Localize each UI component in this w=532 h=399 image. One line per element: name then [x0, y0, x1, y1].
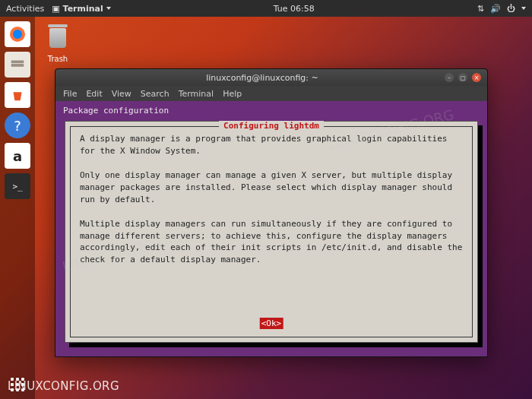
- terminal-window: linuxconfig@linuxconfig: ~ – ▢ × File Ed…: [55, 68, 488, 357]
- terminal-icon[interactable]: >_: [5, 173, 30, 199]
- terminal-menu-icon: ▣: [52, 4, 59, 14]
- software-icon[interactable]: [5, 82, 30, 108]
- svg-rect-2: [11, 61, 24, 64]
- package-config-header: Package configuration: [60, 104, 483, 120]
- show-applications-button[interactable]: [11, 378, 24, 391]
- sound-icon: 🔊: [490, 4, 501, 14]
- activities-button[interactable]: Activities: [6, 4, 44, 14]
- system-status-area[interactable]: ⇅ 🔊 ⏻: [477, 4, 526, 14]
- terminal-body[interactable]: Package configuration Configuring lightd…: [55, 101, 487, 356]
- menu-view[interactable]: View: [112, 89, 131, 99]
- power-icon: ⏻: [507, 4, 515, 14]
- gnome-topbar: Activities ▣ Terminal Tue 06:58 ⇅ 🔊 ⏻: [0, 0, 532, 17]
- terminal-menubar: File Edit View Search Terminal Help: [55, 86, 487, 101]
- ok-button[interactable]: <Ok>: [260, 318, 283, 329]
- window-titlebar[interactable]: linuxconfig@linuxconfig: ~ – ▢ ×: [55, 69, 487, 86]
- window-maximize-button[interactable]: ▢: [458, 73, 467, 82]
- dialog-text: A display manager is a program that prov…: [80, 133, 463, 266]
- menu-file[interactable]: File: [63, 89, 77, 99]
- firefox-icon[interactable]: [5, 21, 30, 47]
- app-menu[interactable]: ▣ Terminal: [52, 4, 111, 14]
- ubuntu-dock: ? a >_: [0, 17, 35, 399]
- trash-desktop-icon[interactable]: Trash: [44, 23, 71, 63]
- trash-icon: [49, 28, 66, 48]
- menu-terminal[interactable]: Terminal: [179, 89, 214, 99]
- chevron-down-icon: [521, 7, 526, 10]
- network-icon: ⇅: [477, 4, 484, 14]
- app-menu-label: Terminal: [63, 4, 103, 14]
- svg-rect-3: [11, 64, 24, 67]
- debconf-dialog: Configuring lightdm A display manager is…: [65, 121, 478, 343]
- window-close-button[interactable]: ×: [472, 73, 481, 82]
- clock[interactable]: Tue 06:58: [111, 4, 477, 14]
- menu-help[interactable]: Help: [223, 89, 242, 99]
- menu-edit[interactable]: Edit: [86, 89, 102, 99]
- svg-point-1: [13, 30, 22, 39]
- menu-search[interactable]: Search: [141, 89, 169, 99]
- window-title: linuxconfig@linuxconfig: ~: [86, 73, 439, 83]
- amazon-icon[interactable]: a: [5, 143, 30, 169]
- trash-label: Trash: [44, 55, 71, 63]
- help-icon[interactable]: ?: [5, 112, 30, 138]
- files-icon[interactable]: [5, 52, 30, 78]
- dialog-title: Configuring lightdm: [219, 121, 324, 131]
- window-minimize-button[interactable]: –: [445, 73, 454, 82]
